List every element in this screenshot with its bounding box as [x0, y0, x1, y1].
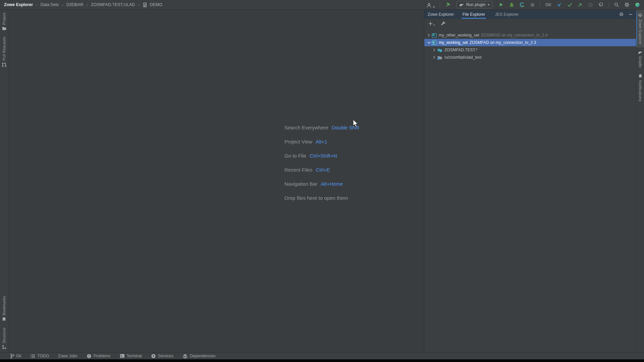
- sidebar-item-project[interactable]: Project: [0, 10, 8, 34]
- statusbar-problems[interactable]: Problems: [87, 354, 111, 359]
- tree-item-label: my_other_working_set: [439, 33, 479, 38]
- build-hammer-icon[interactable]: [444, 1, 451, 8]
- tab-jes-explorer[interactable]: JES Explorer: [494, 10, 520, 19]
- git-push-icon[interactable]: [577, 1, 583, 8]
- chevron-right-icon[interactable]: [431, 55, 437, 59]
- breadcrumb-separator: ›: [86, 2, 88, 7]
- tree-row-my-working-set[interactable]: my_working_set ZOSMFAD on my_connection_…: [424, 39, 636, 46]
- rollback-icon[interactable]: [597, 1, 604, 8]
- add-icon[interactable]: [428, 21, 435, 26]
- breadcrumb-d3dbar[interactable]: D3DBAR: [66, 2, 84, 7]
- toolbar-separator: [540, 2, 540, 7]
- problems-icon: [87, 354, 92, 359]
- settings-gear-icon[interactable]: [624, 1, 630, 8]
- statusbar-git[interactable]: Git: [10, 354, 21, 359]
- statusbar-terminal[interactable]: Terminal: [120, 354, 142, 358]
- bookmark-icon: [2, 317, 6, 321]
- chevron-right-icon[interactable]: [431, 48, 437, 52]
- stripe-label: Bookmarks: [2, 296, 6, 315]
- profiler-icon[interactable]: [519, 1, 525, 8]
- zowe-logo-icon: [638, 13, 643, 18]
- stripe-label: Gradle: [638, 56, 642, 68]
- gradle-elephant-icon: [638, 51, 643, 54]
- svg-text:DS: DS: [438, 50, 440, 52]
- sidebar-item-gradle[interactable]: Gradle: [636, 48, 644, 71]
- tab-file-explorer[interactable]: File Explorer: [462, 10, 486, 19]
- breadcrumb-dataset-name[interactable]: ZOSMFAD.TEST.ULAD: [91, 2, 135, 7]
- git-update-icon[interactable]: [556, 1, 562, 8]
- statusbar-dependencies[interactable]: Dependencies: [182, 354, 216, 359]
- debug-icon[interactable]: [508, 1, 515, 8]
- tool-window-toolbar: [424, 19, 636, 28]
- chevron-right-icon[interactable]: [426, 33, 432, 37]
- working-set-tree: my_other_working_set ZOSMFAD on my_conne…: [424, 28, 636, 61]
- status-bar: Git TODO Zowe Jobs Problems Terminal Ser…: [0, 352, 644, 359]
- run-configuration-select[interactable]: Run plugin: [456, 1, 493, 8]
- chevron-down-icon[interactable]: [426, 41, 432, 44]
- breadcrumb-data-sets[interactable]: Data Sets: [40, 2, 59, 7]
- history-icon: [587, 1, 594, 8]
- working-set-icon: [432, 40, 437, 45]
- main-toolbar: Zowe Explorer › Data Sets › D3DBAR › ZOS…: [0, 0, 644, 10]
- terminal-icon: [120, 354, 125, 358]
- stripe-label: Zowe Explorer: [638, 19, 642, 45]
- workspace: Project Pull Requests Bookmarks Structur…: [0, 10, 644, 352]
- git-widget-label: Git:: [545, 2, 552, 7]
- zowe-explorer-panel: Zowe Explorer: File Explorer JES Explore…: [424, 10, 636, 352]
- tree-item-label: ZOSMFAD.TEST.*: [444, 48, 478, 52]
- editor-empty-area[interactable]: Search EverywhereDouble Shift Project Vi…: [8, 10, 424, 352]
- file-icon: [143, 2, 147, 7]
- drop-files-hint: Drop files here to open them: [284, 195, 359, 201]
- sidebar-item-bookmarks[interactable]: Bookmarks: [0, 293, 8, 324]
- breadcrumb-member-demo[interactable]: DEMO: [150, 2, 162, 7]
- run-icon[interactable]: [498, 1, 504, 8]
- gradle-elephant-icon: [459, 3, 464, 7]
- user-icon[interactable]: [426, 1, 435, 8]
- tree-row-uss-path[interactable]: /u/zosmfad/ulad_test: [424, 54, 636, 61]
- bottom-edge: [0, 359, 644, 362]
- dependencies-icon: [182, 354, 188, 359]
- sidebar-item-notifications[interactable]: Notifications: [636, 71, 644, 105]
- shortcut-row: Navigation BarAlt+Home: [284, 181, 359, 195]
- shortcut-hints: Search EverywhereDouble Shift Project Vi…: [284, 125, 359, 201]
- tree-item-label: /u/zosmfad/ulad_test: [444, 55, 482, 60]
- folder-icon: [2, 26, 6, 31]
- pull-request-icon: [2, 62, 6, 67]
- gear-icon[interactable]: [619, 12, 624, 17]
- statusbar-todo[interactable]: TODO: [30, 354, 49, 358]
- tree-row-my-other-working-set[interactable]: my_other_working_set ZOSMFAD on my_conne…: [424, 32, 636, 39]
- tree-row-dataset-pattern[interactable]: DS ZOSMFAD.TEST.*: [424, 46, 636, 54]
- sidebar-item-zowe-explorer[interactable]: Zowe Explorer: [636, 10, 644, 48]
- shortcut-row: Recent FilesCtrl+E: [284, 167, 359, 181]
- breadcrumb-separator: ›: [36, 2, 37, 7]
- toolbar-separator: [440, 2, 440, 7]
- statusbar-services[interactable]: Services: [151, 354, 173, 359]
- tree-item-label: my_working_set: [439, 40, 468, 45]
- stripe-label: Pull Requests: [2, 37, 6, 61]
- chevron-down-icon: [487, 4, 490, 6]
- wrench-icon[interactable]: [441, 21, 446, 26]
- dataset-folder-icon: DS: [437, 48, 442, 53]
- profile-sphere-icon[interactable]: [634, 1, 641, 8]
- sidebar-item-structure[interactable]: Structure: [0, 324, 8, 352]
- statusbar-zowe-jobs[interactable]: Zowe Jobs: [58, 354, 77, 358]
- tree-item-detail: ZOSMFAD on my_connection_to_2.4: [481, 33, 548, 38]
- git-commit-icon[interactable]: [566, 1, 573, 8]
- mouse-cursor: [352, 119, 359, 128]
- breadcrumb: Zowe Explorer › Data Sets › D3DBAR › ZOS…: [4, 2, 162, 7]
- sidebar-item-pull-requests[interactable]: Pull Requests: [0, 34, 8, 70]
- hide-icon[interactable]: [629, 12, 633, 17]
- tool-window-title: Zowe Explorer:: [428, 10, 455, 19]
- todo-list-icon: [30, 354, 35, 358]
- breadcrumb-zowe-explorer[interactable]: Zowe Explorer: [4, 2, 33, 7]
- shortcut-row: Go to FileCtrl+Shift+N: [284, 153, 359, 167]
- search-icon[interactable]: [613, 1, 620, 8]
- stripe-label: Structure: [2, 327, 6, 343]
- stop-icon: [529, 1, 536, 8]
- breadcrumb-separator: ›: [138, 2, 139, 7]
- stripe-label: Notifications: [638, 80, 642, 102]
- right-tool-stripe: Zowe Explorer Gradle Notifications: [636, 10, 644, 352]
- tree-item-detail: ZOSMFAD on my_connection_to_2.3: [470, 40, 536, 45]
- services-icon: [151, 354, 156, 359]
- shortcut-row: Search EverywhereDouble Shift: [284, 125, 359, 139]
